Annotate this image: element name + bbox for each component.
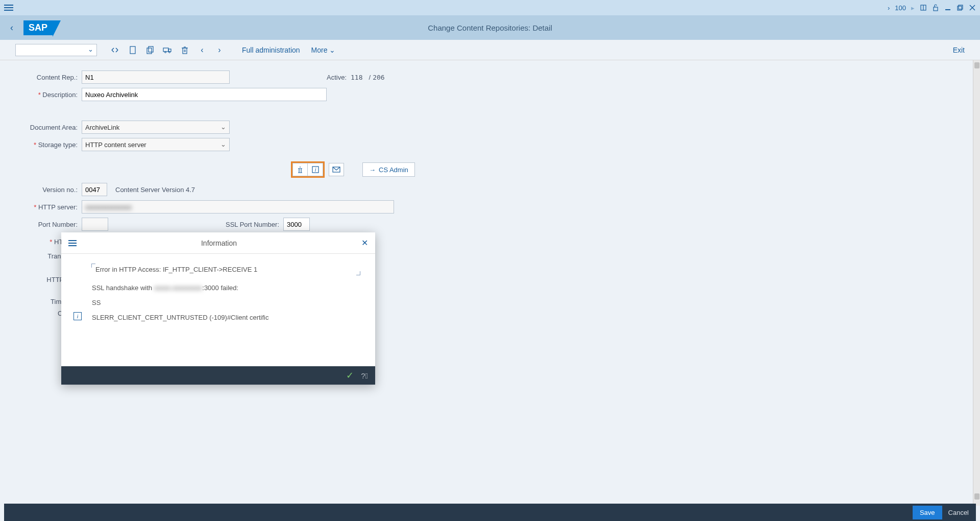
ssl-port-label: SSL Port Number: (226, 221, 279, 228)
save-button[interactable]: Save (913, 506, 942, 506)
play-icon[interactable]: ▸ (911, 4, 915, 12)
content-rep-input[interactable] (82, 70, 230, 84)
test-connection-button[interactable] (292, 163, 308, 176)
minimize-icon[interactable] (944, 4, 951, 11)
truck-icon[interactable] (160, 43, 175, 57)
version-input[interactable] (82, 183, 107, 196)
page-title: Change Content Repositories: Detail (428, 23, 552, 32)
version-text: Content Server Version 4.7 (115, 186, 195, 194)
menu-icon[interactable] (4, 4, 13, 11)
command-input[interactable] (15, 44, 97, 56)
storage-type-label: * Storage type: (15, 141, 82, 149)
dialog-title: Information (77, 239, 361, 247)
info-button[interactable]: i (308, 163, 323, 176)
cs-admin-button[interactable]: → CS Admin (362, 162, 415, 177)
active-total: 206 (373, 74, 384, 81)
prev-icon[interactable]: ‹ (195, 43, 209, 57)
content-rep-label: Content Rep.: (15, 74, 82, 81)
information-dialog: Information ✕ i Error in HTTP Access: IF… (61, 232, 375, 385)
document-area-label: Document Area: (15, 124, 82, 131)
svg-rect-5 (934, 7, 938, 11)
sap-logo: SAP (23, 20, 53, 35)
toolbar: ‹ › Full administration More ⌄ Exit (0, 40, 980, 60)
svg-rect-14 (163, 48, 168, 52)
active-sep: / (369, 74, 371, 81)
copy-icon[interactable] (143, 43, 157, 57)
version-label: Version no.: (15, 186, 82, 194)
description-input[interactable] (82, 88, 327, 101)
dialog-message-4: SLERR_CLIENT_CERT_UNTRUSTED (-109)#Clien… (92, 314, 360, 321)
page-header: ‹ SAP Change Content Repositories: Detai… (0, 15, 980, 40)
exit-link[interactable]: Exit (953, 46, 965, 54)
restore-icon[interactable] (957, 4, 964, 11)
http-server-label: * HTTP server: (15, 203, 82, 211)
more-menu[interactable]: More ⌄ (307, 46, 340, 54)
document-icon[interactable] (126, 43, 140, 57)
dialog-message-1: Error in HTTP Access: IF_HTTP_CLIENT->RE… (95, 266, 356, 273)
dialog-menu-icon[interactable] (68, 240, 77, 246)
dialog-ok-button[interactable]: ✓ (346, 370, 354, 381)
svg-rect-8 (959, 5, 963, 9)
svg-point-16 (165, 51, 166, 53)
active-label: Active: (327, 74, 347, 81)
port-input[interactable] (82, 218, 108, 231)
storage-type-select[interactable]: HTTP content server (82, 138, 230, 151)
svg-rect-12 (147, 48, 152, 54)
svg-text:i: i (314, 167, 316, 173)
highlighted-buttons: i (291, 161, 325, 178)
svg-point-17 (169, 51, 170, 53)
scrollbar[interactable] (973, 60, 980, 506)
port-label: Port Number: (15, 221, 82, 228)
dialog-help-button[interactable]: ?⃝ (361, 371, 368, 380)
dialog-message-2: SSL handshake with xxxxx.xxxxxxxxx:3000 … (92, 284, 360, 292)
svg-rect-13 (149, 46, 153, 52)
document-area-select[interactable]: ArchiveLink (82, 121, 230, 134)
toggle-icon[interactable] (108, 43, 122, 57)
dialog-close-button[interactable]: ✕ (361, 238, 368, 248)
back-button[interactable]: ‹ (10, 22, 13, 33)
full-administration-link[interactable]: Full administration (238, 46, 304, 54)
svg-rect-7 (958, 6, 962, 10)
svg-rect-18 (183, 48, 187, 54)
ssl-port-input[interactable] (283, 218, 310, 231)
description-label: * Description: (15, 91, 82, 99)
chevron-right-icon[interactable]: › (888, 4, 890, 12)
unlock-icon[interactable] (932, 4, 939, 11)
pin-icon[interactable] (920, 4, 927, 11)
zoom-value: 100 (895, 4, 906, 12)
http-server-input[interactable]: xxxxxxxxxxxxxx (82, 200, 394, 214)
window-titlebar: › 100 ▸ (0, 0, 980, 15)
close-icon[interactable] (969, 4, 976, 11)
active-value: 118 (351, 74, 362, 81)
svg-rect-11 (130, 46, 135, 54)
dialog-message-3: SS (92, 299, 360, 306)
info-icon: i (74, 312, 82, 320)
mail-button[interactable] (329, 163, 344, 176)
bottom-bar: Save Cancel (4, 504, 976, 506)
next-icon[interactable]: › (212, 43, 227, 57)
trash-icon[interactable] (178, 43, 192, 57)
